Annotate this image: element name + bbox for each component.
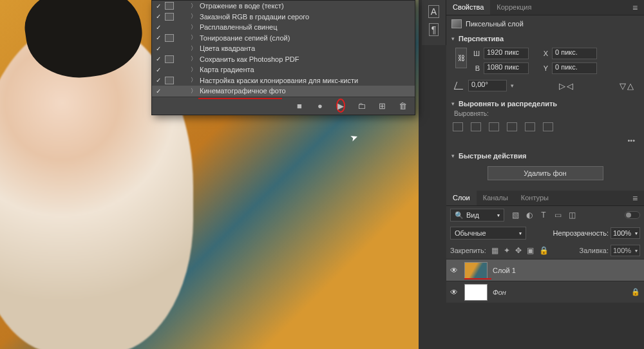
text-panel-icon[interactable]: A	[428, 5, 439, 18]
action-row[interactable]: ✓〉Кинематографичное фото	[152, 86, 415, 97]
filter-type-icon[interactable]: T	[539, 211, 548, 220]
action-enabled-check[interactable]: ✓	[155, 77, 162, 84]
action-enabled-check[interactable]: ✓	[155, 3, 162, 10]
action-row[interactable]: ✓〉Карта градиента	[152, 64, 415, 75]
lock-icon[interactable]: 🔒	[631, 288, 640, 296]
play-button[interactable]: ▶	[336, 99, 345, 113]
expand-caret-icon[interactable]: 〉	[191, 2, 197, 10]
filter-pixel-icon[interactable]: ▧	[511, 211, 520, 220]
filter-smart-icon[interactable]: ◫	[567, 211, 576, 220]
action-label: Сохранить как Photoshop PDF	[200, 55, 412, 63]
filter-toggle[interactable]	[625, 211, 640, 219]
action-dialog-toggle[interactable]	[165, 34, 174, 42]
blend-mode-select[interactable]: Обычные ▾	[450, 227, 526, 240]
expand-caret-icon[interactable]: 〉	[191, 12, 197, 21]
align-center-h-icon[interactable]	[471, 122, 481, 131]
expand-caret-icon[interactable]: 〉	[191, 44, 197, 53]
visibility-toggle[interactable]: 👁	[450, 266, 459, 275]
height-input[interactable]: 1080 пикс	[484, 62, 529, 74]
lock-move-icon[interactable]: ✥	[515, 246, 522, 255]
align-right-icon[interactable]	[489, 122, 499, 131]
link-dimensions-button[interactable]: ⛓	[455, 48, 467, 68]
action-enabled-check[interactable]: ✓	[155, 45, 162, 52]
tab-layers[interactable]: Слои	[446, 191, 477, 205]
remove-background-button[interactable]: Удалить фон	[488, 166, 603, 180]
action-dialog-toggle[interactable]	[165, 23, 174, 31]
new-set-icon[interactable]: 🗀	[357, 101, 366, 111]
filter-adjust-icon[interactable]: ◐	[525, 211, 534, 220]
trash-icon[interactable]: 🗑	[398, 101, 407, 111]
action-dialog-toggle[interactable]	[165, 77, 174, 84]
quick-actions-header[interactable]: ▾ Быстрые действия	[451, 148, 639, 162]
lock-position-icon[interactable]: ✦	[504, 246, 510, 255]
action-label: Тонирование сепией (слой)	[200, 34, 412, 42]
action-row[interactable]: ✓〉Настройка краски клонирования для микс…	[152, 75, 415, 86]
layer-name-label[interactable]: Фон	[493, 288, 506, 296]
angle-input[interactable]: 0,00°	[468, 80, 507, 91]
action-row[interactable]: ✓〉Тонирование сепией (слой)	[152, 33, 415, 44]
filter-kind-select[interactable]: 🔍 Вид ▾	[450, 209, 504, 222]
layer-item-background[interactable]: 👁 Фон 🔒	[446, 281, 644, 303]
action-row[interactable]: ✓〉Заказной RGB в градации серого	[152, 12, 415, 23]
flip-vertical-icon[interactable]: ▽△	[620, 81, 635, 91]
align-top-icon[interactable]	[507, 122, 517, 131]
panel-menu-icon[interactable]: ≡	[630, 193, 640, 203]
visibility-toggle[interactable]: 👁	[450, 288, 459, 297]
action-dialog-toggle[interactable]	[165, 44, 174, 52]
tab-adjustments[interactable]: Коррекция	[490, 0, 538, 15]
action-dialog-toggle[interactable]	[165, 13, 174, 21]
align-left-icon[interactable]	[453, 122, 463, 131]
flip-horizontal-icon[interactable]: ▷◁	[559, 81, 574, 91]
align-center-v-icon[interactable]	[525, 122, 535, 131]
expand-caret-icon[interactable]: 〉	[191, 55, 197, 63]
layer-name-label[interactable]: Слой 1	[493, 267, 516, 274]
tab-properties[interactable]: Свойства	[446, 0, 490, 15]
action-row[interactable]: ✓〉Цвета квадранта	[152, 43, 415, 54]
lock-all-icon[interactable]: 🔒	[539, 246, 549, 255]
paragraph-panel-icon[interactable]: ¶	[429, 23, 439, 36]
layer-thumbnail[interactable]	[464, 284, 488, 301]
action-enabled-check[interactable]: ✓	[155, 66, 162, 73]
action-enabled-check[interactable]: ✓	[155, 13, 162, 20]
record-icon[interactable]: ●	[316, 101, 325, 111]
lock-pixels-icon[interactable]: ▦	[491, 246, 498, 255]
angle-dropdown-icon[interactable]: ▾	[511, 82, 514, 89]
action-enabled-check[interactable]: ✓	[155, 55, 162, 62]
expand-caret-icon[interactable]: 〉	[191, 33, 197, 42]
new-action-icon[interactable]: ⊞	[377, 101, 386, 111]
action-dialog-toggle[interactable]	[165, 55, 174, 63]
stop-icon[interactable]: ■	[295, 101, 304, 111]
filter-shape-icon[interactable]: ▭	[553, 211, 562, 220]
tab-channels[interactable]: Каналы	[477, 191, 515, 205]
fill-input[interactable]: 100%▾	[611, 245, 640, 256]
y-input[interactable]: 0 пикс.	[552, 62, 597, 74]
action-row[interactable]: ✓〉Сохранить как Photoshop PDF	[152, 54, 415, 65]
more-options-icon[interactable]: •••	[451, 137, 639, 148]
action-enabled-check[interactable]: ✓	[155, 34, 162, 41]
action-enabled-check[interactable]: ✓	[155, 88, 162, 95]
layer-item-layer1[interactable]: 👁 Слой 1	[446, 259, 644, 281]
action-row[interactable]: ✓〉Отражение в воде (текст)	[152, 1, 415, 12]
expand-caret-icon[interactable]: 〉	[191, 76, 197, 84]
action-row[interactable]: ✓〉Расплавленный свинец	[152, 22, 415, 33]
action-dialog-toggle[interactable]	[165, 66, 174, 73]
fill-label: Заливка:	[580, 247, 609, 254]
tab-paths[interactable]: Контуры	[515, 191, 555, 205]
align-section-header[interactable]: ▾ Выровнять и распределить	[451, 96, 639, 110]
panel-menu-icon[interactable]: ≡	[630, 3, 640, 13]
align-bottom-icon[interactable]	[543, 122, 553, 131]
perspective-section-header[interactable]: ▾ Перспектива	[451, 31, 639, 45]
expand-caret-icon[interactable]: 〉	[191, 87, 197, 95]
blend-mode-row: Обычные ▾ Непрозрачность: 100%▾	[446, 224, 644, 242]
action-dialog-toggle[interactable]	[165, 87, 174, 95]
action-dialog-toggle[interactable]	[165, 2, 174, 10]
action-enabled-check[interactable]: ✓	[155, 24, 162, 31]
collapsed-panel-strip[interactable]: A ¶	[422, 0, 446, 45]
opacity-input[interactable]: 100%▾	[611, 227, 640, 239]
expand-caret-icon[interactable]: 〉	[191, 23, 197, 32]
expand-caret-icon[interactable]: 〉	[191, 66, 197, 74]
lock-artboard-icon[interactable]: ▣	[527, 246, 534, 255]
width-input[interactable]: 1920 пикс	[484, 48, 529, 59]
x-input[interactable]: 0 пикс.	[552, 48, 597, 59]
layer-thumbnail[interactable]	[464, 262, 488, 279]
